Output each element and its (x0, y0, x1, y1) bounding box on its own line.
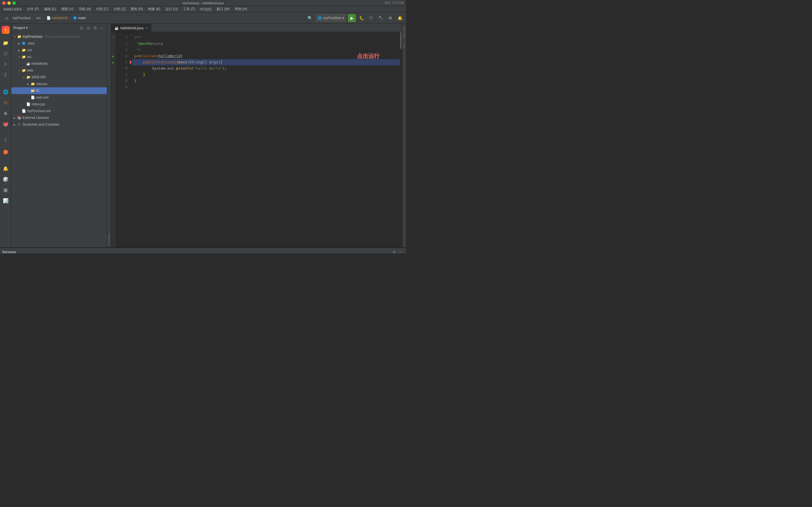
menu-edit[interactable]: 编辑 (E) (42, 6, 58, 12)
gutter-3 (111, 47, 116, 53)
minimize-button[interactable] (7, 1, 11, 5)
code-kw-public-4: public (134, 53, 147, 59)
menu-build[interactable]: 构建 (B) (146, 6, 162, 12)
debug-button[interactable]: 🐛 (357, 14, 365, 22)
tab-label: helloWorld.java (120, 26, 144, 30)
sidebar-terminal-icon[interactable]: ▦ (1, 185, 11, 195)
settings-panel-button[interactable]: ⚙ (391, 249, 397, 254)
tree-item-web[interactable]: ▾ 📁 web (11, 67, 107, 74)
code-line-5: public static void main(String[] args) { (132, 59, 400, 65)
maximize-button[interactable] (12, 1, 16, 5)
webxml-label: web.xml (36, 96, 49, 100)
sidebar-font-icon[interactable]: T (1, 136, 11, 146)
sidebar-notification-icon[interactable]: 🔔 (1, 163, 11, 173)
tree-item-src[interactable]: ▾ 📁 src (11, 54, 107, 60)
code-author-tag: @author (139, 41, 154, 47)
scrollbar-thumb[interactable] (400, 32, 402, 49)
tab-close-button[interactable]: ✕ (145, 26, 147, 30)
helloworld-label: helloWorld (32, 62, 47, 66)
sidebar-commit-icon[interactable]: ☑ (1, 48, 11, 59)
file-tree-content: ▾ 📁 myFirstJava ~/Documents/myFirstJava … (11, 32, 107, 247)
out-folder-icon: 📁 (21, 48, 26, 52)
sidebar-project-icon[interactable]: 📁 (1, 38, 11, 48)
sidebar-run-icon[interactable]: ⊙ (1, 98, 11, 108)
gutter-4: ▶ (111, 53, 116, 59)
linenum-2: 2 (116, 41, 128, 47)
src-folder-icon: 📁 (21, 55, 26, 59)
tree-item-external-libs[interactable]: ▶ 📚 External Libraries (11, 114, 107, 121)
ant-label[interactable]: Ant (403, 44, 406, 48)
menu-bar: IntelliJ IDEA 文件 (F) 编辑 (E) 视图 (V) 导航 (N… (0, 6, 406, 12)
sidebar-plugin-icon[interactable]: 🎲 (1, 174, 11, 184)
menu-window[interactable]: 窗口 (W) (214, 6, 232, 12)
code-author-name: yang (154, 41, 163, 47)
sidebar-safari-icon[interactable]: 🌐 (1, 87, 11, 97)
menu-app-name[interactable]: IntelliJ IDEA (1, 7, 24, 12)
notifications-button[interactable]: 🔔 (396, 14, 404, 22)
sidebar-zstructure-icon[interactable]: Z (1, 70, 11, 80)
close-button[interactable] (2, 1, 6, 5)
extlibs-label: External Libraries (22, 116, 49, 120)
locate-file-button[interactable]: ◎ (86, 25, 91, 31)
tree-item-webxml[interactable]: ▶ 📄 web.xml (11, 94, 107, 101)
tree-item-iml[interactable]: ▶ 📄 myFirstJava.iml (11, 108, 107, 114)
run-gutter-4[interactable]: ▶ (112, 55, 114, 58)
sidebar-github-icon[interactable]: 🐙 (1, 119, 11, 129)
menu-refactor[interactable]: 重构 (R) (128, 6, 145, 12)
tree-item-idea[interactable]: ▶ 🔷 .idea (11, 40, 107, 47)
breadcrumb-src[interactable]: src (35, 15, 42, 20)
sidebar-color-icon[interactable]: ⬤ (1, 147, 11, 157)
menu-tools[interactable]: 工具 (T) (181, 6, 197, 12)
run-button[interactable]: ▶ (348, 14, 356, 22)
favorites-label[interactable]: Favorites (107, 233, 110, 245)
idea-label: .idea (27, 41, 35, 45)
tree-item-classes[interactable]: ▶ 📁 classes (11, 80, 107, 87)
code-editor[interactable]: /** * @author yang */ public class hello… (130, 32, 400, 247)
tree-item-helloworld[interactable]: ▶ ☕ helloWorld (11, 60, 107, 67)
breadcrumb-helloworld[interactable]: 📄 helloWorld (45, 15, 69, 20)
menu-analyze[interactable]: 分析 (Z) (111, 6, 128, 12)
tree-item-root[interactable]: ▾ 📁 myFirstJava ~/Documents/myFirstJava (11, 33, 107, 40)
classes-arrow-icon: ▶ (26, 82, 31, 86)
code-paren-close: ); (222, 65, 227, 71)
tree-item-scratches[interactable]: ▶ 🗒 Scratches and Consoles (11, 121, 107, 128)
tab-helloworld[interactable]: ☕ helloWorld.java ✕ (111, 24, 151, 32)
menu-run[interactable]: 运行 (U) (163, 6, 180, 12)
coverage-button[interactable]: 🛡 (367, 14, 375, 22)
tree-settings-button[interactable]: ⚙ (92, 25, 98, 31)
menu-navigate[interactable]: 导航 (N) (77, 6, 93, 12)
menu-view[interactable]: 视图 (V) (59, 6, 75, 12)
code-indent-6 (134, 65, 152, 71)
datetime-display: 周五 下午7:38 (385, 1, 404, 5)
search-everywhere-button[interactable]: 🔍 (306, 14, 314, 22)
back-button[interactable]: ◁ (2, 14, 10, 22)
breadcrumb-main[interactable]: 🔷 main (72, 15, 87, 20)
left-activity-bar: I 📁 ☑ ≡ Z 🌐 ⊙ ⊕ 🐙 T ⬤ 🔔 🎲 ▦ 📊 (0, 24, 11, 247)
tree-item-indexjsp[interactable]: ▶ 📄 index.jsp (11, 101, 107, 108)
lib-label: lib (36, 89, 40, 93)
settings-button[interactable]: ⚙ (386, 14, 394, 22)
gutter-2 (111, 41, 116, 47)
alxcoder-label[interactable]: AlXCoder (403, 26, 406, 38)
run-configuration[interactable]: 🌐 myFirstWeb ▾ (315, 14, 346, 22)
collapse-all-button[interactable]: ⊟ (79, 25, 84, 31)
sidebar-structure-icon[interactable]: ≡ (1, 59, 11, 69)
menu-code[interactable]: 代码 (C) (94, 6, 111, 12)
breadcrumb-project[interactable]: myFirstJava (11, 15, 32, 20)
sidebar-stats-icon[interactable]: 📊 (1, 195, 11, 206)
breakpoint-indicator[interactable] (130, 61, 132, 64)
editor-scrollbar[interactable] (400, 32, 402, 247)
code-line-2: * @author yang (132, 41, 400, 47)
tree-item-out[interactable]: ▶ 📁 out (11, 47, 107, 54)
menu-vcs[interactable]: VCS(S) (198, 7, 214, 12)
hide-panel-button[interactable]: — (99, 25, 105, 31)
tree-item-webinf[interactable]: ▾ 📁 WEB-INF (11, 74, 107, 80)
sidebar-git-icon[interactable]: ⊕ (1, 108, 11, 118)
run-gutter-5[interactable]: ▶ (112, 61, 114, 64)
code-kw-class: class (147, 53, 158, 59)
menu-file[interactable]: 文件 (F) (24, 6, 41, 12)
build-button[interactable]: 🔨 (377, 14, 385, 22)
tree-item-lib[interactable]: ▶ 📂 lib (11, 87, 107, 94)
minimize-panel-button[interactable]: — (398, 249, 404, 254)
menu-help[interactable]: 帮助 (H) (233, 6, 250, 12)
